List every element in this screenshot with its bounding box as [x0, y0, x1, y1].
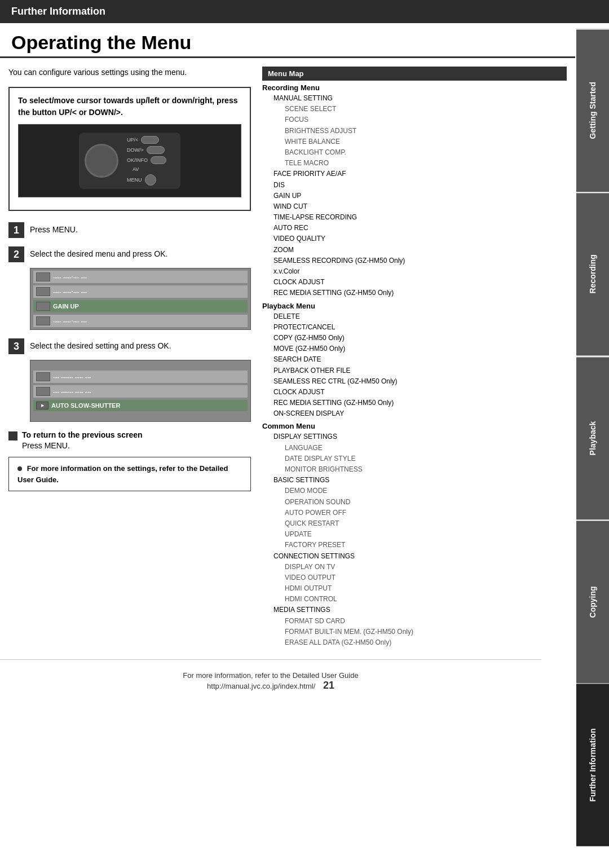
step-3-number: 3 [8, 338, 24, 354]
menu-item-protect-cancel: PROTECT/CANCEL [262, 322, 567, 333]
info-box-text: To select/move cursor towards up/left or… [18, 95, 241, 118]
left-column: You can configure various settings using… [8, 67, 251, 648]
menu-item-move: MOVE (GZ-HM50 Only) [262, 343, 567, 354]
menu-item-seamless-rec-ctrl: SEAMLESS REC CTRL (GZ-HM50 Only) [262, 376, 567, 387]
step-2-container: 2 Select the desired menu and press OK. … [8, 246, 251, 330]
menu-item-media-settings: MEDIA SETTINGS [262, 605, 567, 615]
return-title: To return to the previous screen [22, 430, 143, 439]
menu-item-manual-setting: MANUAL SETTING [262, 93, 567, 104]
step-2-row: 2 Select the desired menu and press OK. [8, 246, 251, 262]
sidebar-tab-copying[interactable]: Copying [576, 519, 609, 683]
menu-item-gain-up: GAIN UP [262, 191, 567, 201]
menu-item-operation-sound: OPERATION SOUND [262, 497, 567, 508]
menu-row-text-4: ---- ----·--- --- [53, 318, 245, 324]
menu-row-4: ---- ----·--- --- [33, 315, 248, 327]
intro-text: You can configure various settings using… [8, 67, 251, 78]
info-box: To select/move cursor towards up/left or… [8, 87, 251, 211]
step-3-container: 3 Select the desired setting and press O… [8, 338, 251, 422]
return-section: To return to the previous screen Press M… [8, 430, 251, 450]
return-icon [8, 431, 17, 440]
menu-item-auto-power-off: AUTO POWER OFF [262, 508, 567, 518]
menu-item-format-built-in: FORMAT BUILT-IN MEM. (GZ-HM50 Only) [262, 627, 567, 637]
menu-item-wind-cut: WIND CUT [262, 201, 567, 212]
menu-row-s3-1: --- ------ ---- --- [33, 371, 248, 383]
auto-slow-icon: ▶ [36, 402, 48, 409]
menu-item-display-settings: DISPLAY SETTINGS [262, 431, 567, 442]
menu-item-focus: FOCUS [262, 114, 567, 125]
step-2-text: Select the desired menu and press OK. [30, 246, 251, 260]
camera-illustration: UP/< DOW/> OK/INFO [18, 124, 241, 197]
sidebar-tab-recording[interactable]: Recording [576, 192, 609, 355]
two-col-layout: You can configure various settings using… [0, 67, 575, 648]
menu-row-text-s3-1: --- ------ ---- --- [53, 373, 245, 380]
menu-item-on-screen: ON-SCREEN DISPLAY [262, 408, 567, 419]
right-column: Menu Map Recording Menu MANUAL SETTING S… [262, 67, 567, 648]
camera-body: UP/< DOW/> OK/INFO [79, 133, 180, 189]
menu-item-monitor-brightness: MONITOR BRIGHTNESS [262, 464, 567, 475]
menu-screenshot-step2: ---- ----·--- --- ---- ----·--- --- GAIN… [30, 268, 251, 330]
menu-item-white-balance: WHITE BALANCE [262, 136, 567, 147]
return-text: Press MENU. [22, 441, 143, 450]
menu-item-hdmi-control: HDMI CONTROL [262, 594, 567, 605]
menu-item-clock-adjust-rec: CLOCK ADJUST [262, 277, 567, 288]
menu-item-rec-media-setting: REC MEDIA SETTING (GZ-HM50 Only) [262, 288, 567, 298]
step-1-container: 1 Press MENU. [8, 222, 251, 238]
step-3-row: 3 Select the desired setting and press O… [8, 338, 251, 354]
menu-item-zoom: ZOOM [262, 245, 567, 255]
step-1-number: 1 [8, 222, 24, 238]
menu-map-header: Menu Map [262, 67, 567, 81]
menu-item-auto-rec: AUTO REC [262, 223, 567, 233]
right-sidebar: Getting Started Recording Playback Copyi… [576, 28, 609, 846]
menu-item-quick-restart: QUICK RESTART [262, 518, 567, 529]
menu-item-basic-settings: BASIC SETTINGS [262, 475, 567, 486]
menu-row-text-s3-2: --- ------ ---- --- [53, 388, 245, 395]
menu-item-connection-settings: CONNECTION SETTINGS [262, 551, 567, 562]
menu-item-time-lapse: TIME-LAPSE RECORDING [262, 212, 567, 223]
menu-row-icon-4 [36, 316, 50, 325]
menu-item-hdmi-output: HDMI OUTPUT [262, 583, 567, 594]
footer-url: http://manual.jvc.co.jp/index.html/ [207, 682, 315, 690]
top-header: Further Information [0, 0, 609, 23]
menu-item-face-priority: FACE PRIORITY AE/AF [262, 169, 567, 179]
menu-item-format-sd: FORMAT SD CARD [262, 616, 567, 627]
menu-screenshot-step3: --- ------ ---- --- --- ------ ---- --- … [30, 360, 251, 422]
sidebar-tab-playback[interactable]: Playback [576, 356, 609, 519]
menu-item-date-display-style: DATE DISPLAY STYLE [262, 453, 567, 464]
main-content: Operating the Menu You can configure var… [0, 23, 575, 720]
bullet-info-box: For more information on the settings, re… [8, 457, 251, 491]
bullet-dot [17, 466, 22, 471]
footer: For more information, refer to the Detai… [0, 659, 541, 697]
menu-row-3-highlighted: GAIN UP [33, 300, 248, 312]
menu-item-delete: DELETE [262, 311, 567, 322]
sidebar-tab-further-information[interactable]: Further Information [576, 684, 609, 846]
sidebar-tab-getting-started[interactable]: Getting Started [576, 28, 609, 192]
menu-row-text-s3-3: AUTO SLOW-SHUTTER [51, 402, 245, 409]
menu-row-icon-1 [36, 272, 50, 281]
menu-item-backlight-comp: BACKLIGHT COMP. [262, 147, 567, 158]
menu-item-copy: COPY (GZ-HM50 Only) [262, 333, 567, 343]
recording-menu-title: Recording Menu [262, 83, 567, 92]
menu-row-text-1: ---- ----·--- --- [53, 274, 245, 280]
menu-item-factory-preset: FACTORY PRESET [262, 540, 567, 550]
step-2-number: 2 [8, 246, 24, 262]
menu-item-demo-mode: DEMO MODE [262, 486, 567, 496]
menu-item-video-output: VIDEO OUTPUT [262, 572, 567, 583]
menu-item-playback-other: PLAYBACK OTHER FILE [262, 365, 567, 376]
menu-row-2: ---- ----·--- --- [33, 285, 248, 298]
menu-item-xv-color: x.v.Color [262, 266, 567, 277]
menu-row-text-2: ---- ----·--- --- [53, 288, 245, 295]
menu-item-brightness-adjust: BRIGHTNESS ADJUST [262, 126, 567, 136]
menu-row-icon-s3-2 [36, 387, 50, 396]
menu-row-s3-2: --- ------ ---- --- [33, 385, 248, 398]
menu-item-dis: DIS [262, 180, 567, 191]
menu-item-scene-select: SCENE SELECT [262, 104, 567, 114]
menu-item-language: LANGUAGE [262, 443, 567, 453]
menu-item-clock-adjust-play: CLOCK ADJUST [262, 387, 567, 398]
menu-item-rec-media-play: REC MEDIA SETTING (GZ-HM50 Only) [262, 398, 567, 408]
return-content: To return to the previous screen Press M… [22, 430, 143, 450]
header-title: Further Information [11, 6, 105, 17]
footer-text: For more information, refer to the Detai… [183, 671, 358, 680]
menu-item-tele-macro: TELE MACRO [262, 158, 567, 169]
menu-item-seamless-rec: SEAMLESS RECORDING (GZ-HM50 Only) [262, 255, 567, 266]
step-1-text: Press MENU. [30, 222, 251, 236]
